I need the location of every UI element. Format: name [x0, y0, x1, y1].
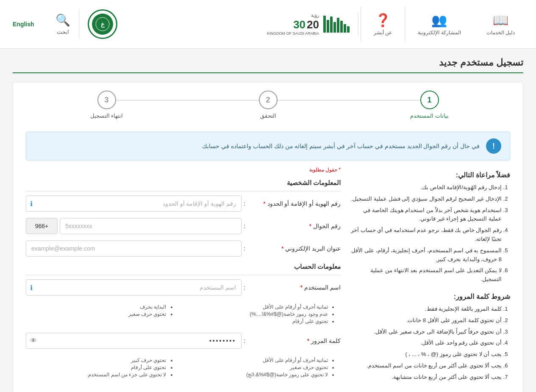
vision-year: 20 — [307, 18, 319, 31]
username-input[interactable] — [26, 279, 242, 295]
username-hint-columns: ثمانية أحرف أو أرقام على الأقل عدم وجود … — [26, 302, 336, 326]
step-2-circle: 2 — [259, 91, 278, 109]
username-hint-col-left: البداية بحرف تحتوي حرف صغير — [26, 302, 175, 326]
id-form-group: رقم الهوية أو الإقامة أو الحدود * : ℹ — [26, 196, 341, 212]
password-form-group: كلمة المرور * : 👁 — [26, 333, 341, 349]
notes-list: إدخال رقم الهُوية/الإقامة الخاص بك. الإد… — [349, 183, 510, 284]
username-form-group: اسم المستخدم * : ℹ — [26, 279, 341, 295]
id-info-icon[interactable]: ℹ — [30, 200, 33, 208]
email-input[interactable] — [26, 240, 242, 257]
password-hint-col-left: تحتوي حرف كبير تحتوي على أرقام لا تحتوي … — [26, 355, 175, 380]
step-3-circle: 3 — [97, 91, 116, 109]
steps-row: 1 بيانات المستخدم 2 التحقق 3 انتهاء التس… — [26, 91, 510, 125]
username-hint-l1: البداية بحرف — [26, 304, 167, 310]
nav-e-participation[interactable]: 👥 المشاركة الإلكترونية — [405, 6, 473, 42]
password-hint-r2: تحتوي حرف صغير — [188, 364, 328, 370]
registration-container: 1 بيانات المستخدم 2 التحقق 3 انتهاء التس… — [13, 82, 523, 392]
username-hints: ثمانية أحرف أو أرقام على الأقل عدم وجود … — [26, 302, 341, 326]
username-input-wrap: ℹ — [26, 279, 242, 295]
page-title: تسجيل مستخدم جديد — [13, 57, 523, 68]
id-input[interactable] — [26, 196, 242, 212]
step-1-number: 1 — [428, 96, 432, 105]
password-input-container: 👁 — [26, 333, 242, 349]
password-hint-col-right: ثمانية أحرف أو أرقام على الأقل تحتوي حرف… — [188, 355, 337, 380]
alert-text: في حال أن رقم الجوال الجديد مستخدم في حس… — [202, 141, 480, 151]
page-title-section: تسجيل مستخدم جديد — [13, 57, 523, 73]
alert-icon: ! — [486, 138, 501, 154]
password-input[interactable] — [26, 333, 242, 349]
id-input-wrap: ℹ — [26, 196, 242, 212]
password-hint-r1: ثمانية أحرف أو أرقام على الأقل — [188, 357, 328, 363]
notes-title: فضلاً مراعاة التالي: — [349, 171, 510, 179]
step-1-label: بيانات المستخدم — [410, 113, 449, 119]
kingdom-label: KINGDOM OF SAUDI ARABIA — [267, 31, 319, 36]
pwd-cond-2: أن تحتوي كلمة المرور على الأقل 8 خانات. — [349, 316, 502, 325]
form-panel: * حقول مطلوبة المعلومات الشخصية رقم الهو… — [26, 167, 341, 389]
nav-services-guide[interactable]: 📖 دليل الخدمات — [474, 6, 528, 42]
pwd-cond-4: أن تحتوي على رقم واحد على الأقل. — [349, 339, 502, 348]
email-input-wrap — [26, 240, 242, 257]
info-icon: ❓ — [375, 13, 391, 28]
nav-e-participation-label: المشاركة الإلكترونية — [418, 30, 461, 36]
pwd-cond-5: يجب أن لا تحتوي على رموز (@ ، % ، ... ، … — [349, 350, 502, 359]
vision-year-block: 20 30 — [267, 18, 319, 31]
language-switch[interactable]: English — [8, 21, 39, 28]
nav-about-absher-label: عن أبشر — [374, 30, 392, 36]
personal-info-title: المعلومات الشخصية — [26, 179, 341, 187]
header: 📖 دليل الخدمات 👥 المشاركة الإلكترونية ❓ … — [0, 0, 536, 49]
required-note: * حقول مطلوبة — [26, 167, 341, 173]
vision-text-block: رؤية 20 30 KINGDOM OF SAUDI ARABIA — [267, 13, 319, 36]
main-content: تسجيل مستخدم جديد 1 بيانات المستخدم 2 ال… — [0, 49, 536, 392]
password-left-hints: تحتوي حرف كبير تحتوي على أرقام لا تحتوي … — [26, 357, 175, 378]
logo-svg: ع — [95, 17, 110, 32]
username-required-star: * — [300, 284, 303, 291]
nav-about-absher[interactable]: ❓ عن أبشر — [361, 6, 405, 42]
pwd-cond-6: يجب ألا تحتوي على أكثر من أربع خانات من … — [349, 362, 502, 370]
vision-logo: رؤية 20 30 KINGDOM OF SAUDI ARABIA — [267, 13, 358, 36]
account-info-title: معلومات الحساب — [26, 263, 341, 271]
email-colon: : — [244, 245, 245, 252]
step-1-circle: 1 — [420, 91, 439, 109]
notes-panel: فضلاً مراعاة التالي: إدخال رقم الهُوية/ا… — [349, 167, 510, 389]
form-layout: فضلاً مراعاة التالي: إدخال رقم الهُوية/ا… — [26, 167, 510, 389]
password-hints: ثمانية أحرف أو أرقام على الأقل تحتوي حرف… — [26, 355, 341, 380]
phone-prefix: +966 — [26, 218, 58, 234]
username-hint-l2: تحتوي حرف صغير — [26, 311, 167, 317]
username-colon: : — [244, 284, 245, 291]
username-label: اسم المستخدم * — [247, 284, 341, 291]
password-label: كلمة المرور * — [247, 337, 341, 344]
vision-ar-label: رؤية — [267, 13, 319, 18]
id-label: رقم الهوية أو الإقامة أو الحدود * — [247, 200, 341, 207]
book-icon: 📖 — [493, 13, 508, 28]
search-label: ابحث — [57, 29, 69, 35]
password-eye-icon[interactable]: 👁 — [30, 337, 37, 345]
username-left-hints: البداية بحرف تحتوي حرف صغير — [26, 304, 175, 317]
phone-input-group: +966 — [26, 218, 242, 234]
pwd-cond-7: يجب ألا تحتوي على أكثر من أربع خانات متش… — [349, 373, 502, 382]
username-info-icon[interactable]: ℹ — [30, 284, 33, 292]
phone-number-input[interactable] — [60, 218, 242, 234]
nav-services-guide-label: دليل الخدمات — [486, 30, 515, 36]
pwd-cond-1: كلمة المرور باللغة الإنجليزية فقط. — [349, 305, 502, 314]
id-colon: : — [244, 200, 245, 207]
id-input-container: ℹ — [26, 196, 242, 212]
note-item-6: لا يمكن التعديل على اسم المستخدم بعد الا… — [349, 266, 502, 284]
id-required-star: * — [263, 200, 265, 207]
alert-box: ! في حال أن رقم الجوال الجديد مستخدم في … — [26, 132, 510, 160]
mobile-input-wrap: +966 — [26, 218, 242, 234]
note-item-1: إدخال رقم الهُوية/الإقامة الخاص بك. — [349, 183, 502, 192]
personal-divider — [26, 191, 341, 191]
step-3-label: انتهاء التسجيل — [90, 113, 123, 119]
logo-inner: ع — [92, 14, 113, 35]
email-label: عنوان البريد الإلكتروني * — [247, 245, 341, 252]
username-input-container: ℹ — [26, 279, 242, 295]
password-hint-r3: لا تحتوي على رموز خاصة(@$#%&.الخ) — [188, 372, 328, 378]
svg-text:ع: ع — [101, 21, 105, 28]
password-conditions-title: شروط كلمة المرور: — [349, 293, 510, 301]
pwd-cond-3: أن تحتوي حرفاً كبيراً بالإضافة الى حرف ص… — [349, 328, 502, 337]
account-divider — [26, 275, 341, 275]
step-2: 2 التحقق — [187, 91, 349, 119]
password-hint-l1: تحتوي حرف كبير — [26, 357, 167, 363]
search-button[interactable]: 🔍 ابحث — [47, 9, 79, 39]
password-input-wrap: 👁 — [26, 333, 242, 349]
